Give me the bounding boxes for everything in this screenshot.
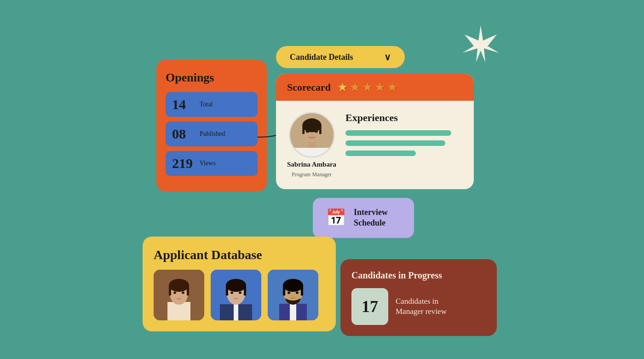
- candidate-role: Program Manager: [292, 171, 332, 178]
- chevron-down-icon: ∨: [384, 52, 391, 63]
- svg-rect-6: [319, 125, 322, 134]
- candidate-details-label: Candidate Details: [290, 52, 353, 62]
- svg-point-8: [314, 130, 318, 133]
- calendar-icon: 📅: [326, 208, 346, 227]
- svg-rect-19: [234, 304, 238, 320]
- candidate-avatar: [289, 112, 335, 158]
- svg-rect-2: [294, 148, 329, 158]
- svg-point-21: [226, 279, 246, 292]
- svg-point-25: [239, 292, 242, 294]
- views-label: Views: [200, 160, 216, 167]
- svg-rect-14: [187, 285, 189, 295]
- star-3: ★: [362, 80, 373, 94]
- candidate-details-dropdown[interactable]: Candidate Details ∨: [276, 46, 405, 68]
- svg-rect-31: [283, 285, 285, 295]
- openings-title: Openings: [166, 71, 258, 85]
- applicant-database-card: Applicant Database: [143, 237, 336, 331]
- scorecard-title: Scorecard: [287, 81, 331, 93]
- candidate-info: Sabrina Ambara Program Manager: [287, 112, 336, 178]
- star-rating: ★ ★ ★ ★ ★: [337, 80, 397, 94]
- svg-rect-22: [226, 285, 228, 295]
- total-label: Total: [200, 101, 213, 108]
- applicant-avatar-2[interactable]: [211, 270, 261, 320]
- applicant-avatar-list: [154, 270, 325, 320]
- published-number: 08: [172, 126, 200, 142]
- star-5: ★: [387, 80, 397, 94]
- experiences-section: Experiences: [345, 112, 463, 161]
- svg-point-34: [296, 292, 299, 294]
- star-2: ★: [350, 80, 360, 94]
- interview-schedule-box[interactable]: 📅 InterviewSchedule: [313, 198, 414, 238]
- svg-point-15: [173, 292, 176, 294]
- svg-rect-13: [169, 285, 171, 295]
- candidate-name: Sabrina Ambara: [287, 161, 336, 168]
- svg-point-16: [182, 292, 184, 294]
- applicant-avatar-3[interactable]: [268, 270, 318, 320]
- svg-rect-28: [290, 304, 296, 320]
- scorecard-body: Sabrina Ambara Program Manager Experienc…: [276, 101, 474, 189]
- candidates-progress-title: Candidates in Progress: [351, 270, 486, 281]
- manager-review-count: 17: [351, 288, 388, 325]
- svg-point-30: [283, 279, 303, 292]
- star-4: ★: [374, 80, 385, 94]
- manager-review-label: Candidates inManager review: [396, 296, 447, 317]
- scorecard-header: Scorecard ★ ★ ★ ★ ★: [276, 74, 474, 101]
- progress-row: 17 Candidates inManager review: [351, 288, 486, 325]
- svg-point-24: [230, 292, 233, 294]
- svg-point-33: [288, 292, 290, 294]
- svg-rect-32: [301, 285, 303, 295]
- applicant-database-title: Applicant Database: [154, 248, 325, 262]
- views-number: 219: [172, 156, 200, 171]
- star-1: ★: [337, 80, 348, 94]
- svg-point-4: [302, 118, 321, 132]
- applicant-avatar-1[interactable]: [154, 270, 204, 320]
- scorecard-panel: Scorecard ★ ★ ★ ★ ★: [276, 74, 474, 189]
- exp-bar-1: [345, 130, 451, 136]
- experiences-title: Experiences: [345, 112, 463, 124]
- candidates-progress-card: Candidates in Progress 17 Candidates inM…: [340, 259, 497, 336]
- views-stat-row: 219 Views: [166, 151, 258, 176]
- published-label: Published: [200, 130, 225, 138]
- svg-point-7: [305, 130, 309, 133]
- candidate-portrait: [290, 112, 334, 158]
- exp-bar-2: [345, 140, 445, 146]
- burst-decoration: [460, 23, 501, 64]
- exp-bar-3: [345, 151, 416, 156]
- svg-rect-5: [302, 125, 305, 134]
- total-number: 14: [172, 97, 200, 112]
- svg-rect-23: [244, 285, 246, 295]
- interview-schedule-label: InterviewSchedule: [354, 207, 388, 229]
- svg-point-12: [169, 279, 189, 292]
